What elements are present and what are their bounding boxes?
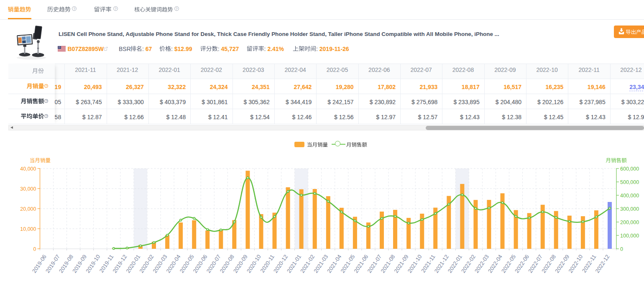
svg-text:100,000: 100,000 [620, 233, 639, 239]
svg-text:10,000: 10,000 [20, 226, 36, 232]
svg-text:600,000: 600,000 [620, 166, 639, 172]
svg-text:400,000: 400,000 [620, 193, 639, 199]
svg-text:20,000: 20,000 [20, 206, 36, 212]
svg-text:500,000: 500,000 [620, 179, 639, 185]
svg-text:0: 0 [620, 246, 623, 252]
svg-text:0: 0 [33, 246, 36, 252]
svg-text:300,000: 300,000 [620, 206, 639, 212]
svg-text:200,000: 200,000 [620, 220, 639, 225]
svg-text:30,000: 30,000 [20, 186, 36, 192]
svg-text:40,000: 40,000 [20, 166, 36, 172]
